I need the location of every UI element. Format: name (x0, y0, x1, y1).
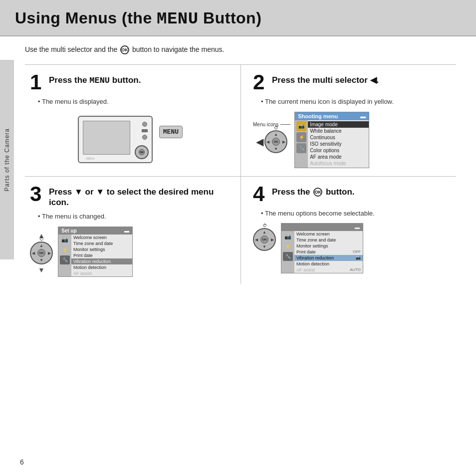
step4-menu-header: ▬ (281, 224, 363, 231)
step-3-title: Press ▼ or ▼ to select the desired menu … (49, 184, 231, 208)
setup-wrench-icon: 🔧 (60, 255, 70, 264)
ok-circle-intro: OK (120, 45, 129, 54)
step4-wrench-icon: 🔧 (283, 252, 293, 261)
page-header: Using Menus (the MENU Button) (0, 0, 476, 36)
step4-video-icon: ⚡ (283, 242, 293, 251)
menu-item-5: AF area mode (308, 154, 369, 160)
step-2-header: 2 Press the multi selector ◀. (253, 72, 446, 93)
left-arrow-indicator: ◀ (256, 136, 263, 148)
step-1-title: Press the MENU button. (49, 72, 141, 86)
setup-item-0: Welcome screen (71, 235, 132, 240)
sidebar: Parts of the Camera (0, 60, 14, 259)
camera-icon: 📷 (296, 121, 306, 131)
intro-text: Use the multi selector and the OK button… (25, 45, 456, 54)
step4-item-1: Time zone and date (294, 237, 363, 243)
step4-item-0: Welcome screen (294, 231, 363, 237)
menu-item-2: Continuous (308, 134, 369, 141)
step-3-number: 3 (30, 184, 44, 205)
menu-item-4: Color options (308, 147, 369, 154)
title-prefix: Using Menus (the (15, 9, 157, 27)
dpad-step2: OK ▲ ▼ ◀ ▶ ⏱ (264, 130, 287, 153)
step-4-title: Press the OK button. (272, 184, 355, 197)
step3-dpad-area: ▲ OK ▲ ▼ ◀ ▶ ⏱ ▼ (30, 232, 53, 274)
step4-menu-body: 📷 ⚡ 🔧 Welcome screen Time zone and date (281, 231, 363, 273)
step-3: 3 Press ▼ or ▼ to select the desired men… (25, 176, 240, 284)
step-1: 1 Press the MENU button. The menu is dis… (25, 64, 240, 176)
step4-item-4: Vibration reduction 📷 (294, 255, 363, 261)
step4-item-2: Monitor settings (294, 243, 363, 249)
step-2-bullet: The current menu icon is displayed in ye… (261, 97, 446, 107)
step4-icons-col: 📷 ⚡ 🔧 (281, 231, 294, 273)
shooting-menu-header: Shooting menu ▬ (295, 112, 369, 120)
ok-circle-step4: OK (313, 188, 322, 197)
step4-item-6: AF assist AUTO (294, 267, 363, 273)
step-3-content: ▲ OK ▲ ▼ ◀ ▶ ⏱ ▼ (30, 227, 231, 277)
menu-item-1: White balance (308, 128, 369, 134)
setup-item-1: Time zone and date (71, 240, 132, 246)
step-4-number: 4 (253, 184, 267, 205)
title-suffix: Button) (199, 9, 262, 27)
step-3-header: 3 Press ▼ or ▼ to select the desired men… (30, 184, 231, 208)
setup-menu-header: Set up ▬ (58, 227, 132, 235)
menu-item-3: ISO sensitivity (308, 141, 369, 147)
intro-suffix: button to navigate the menus. (130, 45, 224, 53)
page-number: 6 (20, 458, 24, 466)
step-1-header: 1 Press the MENU button. (30, 72, 231, 93)
menu-items-list: Image mode White balance Continuous ISO … (308, 120, 369, 168)
sidebar-label: Parts of the Camera (3, 128, 10, 191)
setup-items-list: Welcome screen Time zone and date Monito… (71, 235, 132, 276)
step-1-bullet: The menu is displayed. (38, 97, 231, 107)
setup-video-icon: ⚡ (60, 245, 70, 254)
setup-item-6: AF assist (71, 270, 132, 276)
setup-item-3: Print date (71, 252, 132, 258)
setup-item-5: Motion detection (71, 264, 132, 270)
steps-grid: 1 Press the MENU button. The menu is dis… (25, 64, 456, 284)
menu-item-0: Image mode (308, 121, 369, 128)
video-icon: ⚡ (296, 132, 306, 142)
camera-illustration: OK Nikon MENU (30, 112, 231, 169)
shooting-menu-screen: Shooting menu ▬ 📷 ⚡ 🔧 Image mode White b… (294, 112, 369, 168)
main-content: Use the multi selector and the OK button… (0, 36, 476, 294)
step4-camera-icon: 📷 (283, 232, 293, 241)
page-title: Using Menus (the MENU Button) (15, 9, 461, 28)
step4-menu-screen: ▬ 📷 ⚡ 🔧 Welcome screen (281, 223, 363, 273)
wrench-icon: 🔧 (296, 143, 306, 153)
dpad-step3: OK ▲ ▼ ◀ ▶ ⏱ (30, 241, 53, 264)
setup-item-4: Vibration reduction (71, 258, 132, 264)
step-4: 4 Press the OK button. The menu options … (240, 176, 456, 284)
step4-item-3: Print date OFF (294, 249, 363, 255)
setup-icons-col: 📷 ⚡ 🔧 (58, 235, 71, 276)
setup-item-2: Monitor settings (71, 246, 132, 252)
intro-prefix: Use the multi selector and the (25, 45, 119, 53)
step4-item-5: Motion detection (294, 261, 363, 267)
step4-items-list: Welcome screen Time zone and date Monito… (294, 231, 363, 273)
dpad-step4: OK ▲ ▼ ◀ ▶ ⏱ (253, 228, 276, 251)
step-2-content: Menu icons ◀ OK ▲ ▼ ◀ (253, 112, 446, 168)
step4-dpad-area: OK ▲ ▼ ◀ ▶ ⏱ (253, 228, 276, 251)
menu-icons-col: 📷 ⚡ 🔧 (295, 120, 308, 168)
step-4-header: 4 Press the OK button. (253, 184, 446, 205)
title-menu-word: MENU (157, 9, 199, 28)
step-3-bullet: The menu is changed. (38, 212, 231, 222)
step-1-number: 1 (30, 72, 44, 93)
step-2-number: 2 (253, 72, 267, 93)
shooting-menu-body: 📷 ⚡ 🔧 Image mode White balance Continuou… (295, 120, 369, 168)
setup-menu-body: 📷 ⚡ 🔧 Welcome screen Time zone and date … (58, 235, 132, 276)
setup-menu-screen: Set up ▬ 📷 ⚡ 🔧 Welcome screen Time zone … (58, 227, 133, 277)
setup-camera-icon: 📷 (60, 236, 70, 244)
step-4-bullet: The menu options become selectable. (261, 209, 446, 219)
menu-item-6: Autofocus mode (308, 160, 369, 167)
step-2: 2 Press the multi selector ◀. The curren… (240, 64, 456, 176)
step-2-title: Press the multi selector ◀. (272, 72, 379, 85)
step-4-content: OK ▲ ▼ ◀ ▶ ⏱ ▬ (253, 223, 446, 273)
